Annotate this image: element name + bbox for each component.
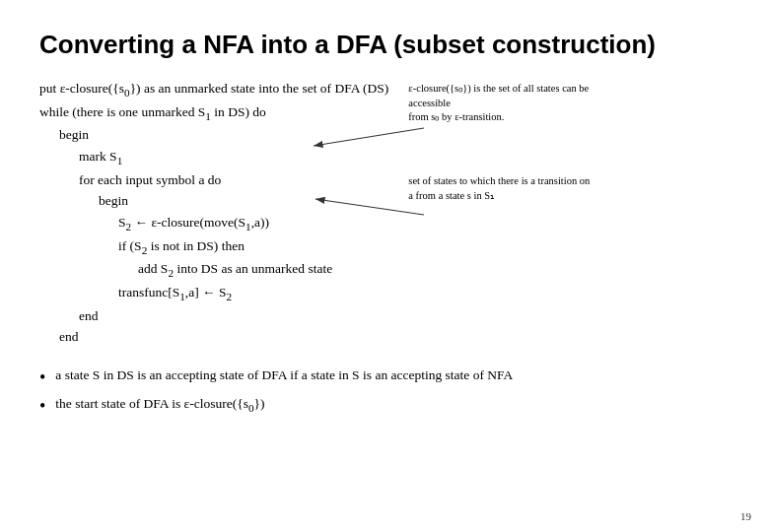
annotation-top-line1: ε-closure({s₀}) is the set of all states… bbox=[408, 83, 589, 108]
annotation-bottom-line2: a from a state s in S₁ bbox=[408, 190, 494, 201]
slide-title: Converting a NFA into a DFA (subset cons… bbox=[39, 30, 730, 60]
algo-line1: put ε-closure({s0}) as an unmarked state… bbox=[39, 78, 388, 101]
algo-line12: end bbox=[39, 326, 388, 348]
algo-line4: mark S1 bbox=[39, 146, 388, 169]
annotation-bottom-line1: set of states to which there is a transi… bbox=[408, 175, 590, 186]
algo-line8: if (S2 is not in DS) then bbox=[39, 235, 388, 259]
bullet-text-1: a state S in DS is an accepting state of… bbox=[55, 366, 513, 385]
bullet-section: • a state S in DS is an accepting state … bbox=[39, 366, 730, 419]
slide: Converting a NFA into a DFA (subset cons… bbox=[0, 0, 769, 532]
algorithm-block: put ε-closure({s0}) as an unmarked state… bbox=[39, 78, 388, 348]
algo-line9: add S2 into DS as an unmarked state bbox=[39, 258, 388, 282]
bullet-dot-2: • bbox=[39, 394, 45, 419]
annotation-top-line2: from s₀ by ε-transition. bbox=[408, 111, 504, 122]
algo-line6: begin bbox=[39, 190, 388, 212]
algo-line3: begin bbox=[39, 124, 388, 146]
annotation-top: ε-closure({s₀}) is the set of all states… bbox=[408, 82, 625, 125]
bullet-item-2: • the start state of DFA is ε-closure({s… bbox=[39, 394, 730, 419]
algo-line11: end bbox=[39, 305, 388, 327]
algo-line10: transfunc[S1,a] ← S2 bbox=[39, 282, 388, 305]
annotations: ε-closure({s₀}) is the set of all states… bbox=[388, 78, 625, 203]
bullet-dot-1: • bbox=[39, 366, 45, 390]
bullet-item-1: • a state S in DS is an accepting state … bbox=[39, 366, 730, 390]
annotation-bottom: set of states to which there is a transi… bbox=[408, 174, 605, 203]
algo-line2: while (there is one unmarked S1 in DS) d… bbox=[39, 101, 388, 125]
algo-line7: S2 ← ε-closure(move(S1,a)) bbox=[39, 212, 388, 235]
bullet-text-2: the start state of DFA is ε-closure({s0}… bbox=[55, 394, 264, 417]
page-number: 19 bbox=[740, 510, 751, 522]
algo-line5: for each input symbol a do bbox=[39, 169, 388, 191]
